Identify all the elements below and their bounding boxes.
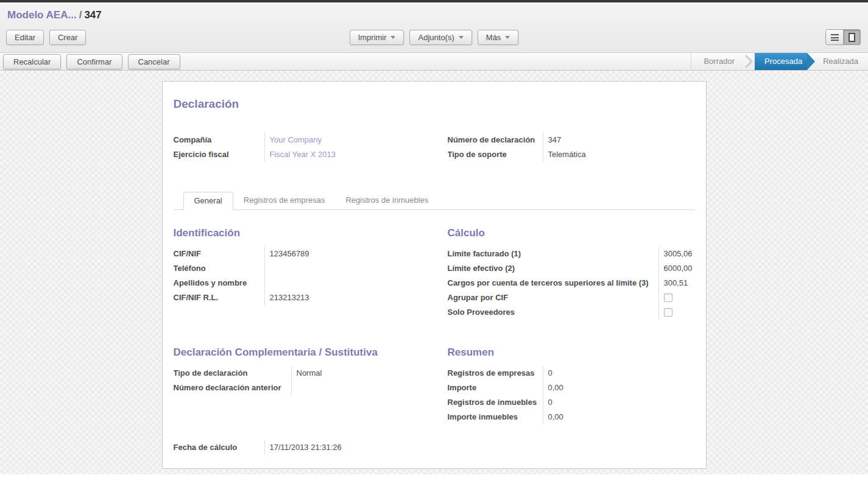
status-step-realizada: Realizada	[807, 53, 868, 70]
form-view-button[interactable]	[843, 30, 860, 44]
attachments-button-label: Adjunto(s)	[418, 33, 454, 42]
field-label-cargos-terceros: Cargos por cuenta de terceros superiores…	[448, 276, 658, 290]
notebook-tabs: General Registros de empresas Registros …	[174, 191, 695, 210]
field-value-registros-empresas: 0	[548, 366, 695, 381]
dropdown-caret-icon	[505, 36, 510, 39]
field-label-ejercicio-fiscal: Ejercicio fiscal	[174, 147, 264, 162]
chevron-right-icon	[744, 53, 753, 70]
print-dropdown-button[interactable]: Imprimir	[350, 30, 404, 45]
view-switcher	[825, 29, 861, 45]
toolbar: Editar Crear Imprimir Adjunto(s) Más	[6, 29, 862, 46]
list-view-button[interactable]	[826, 30, 843, 44]
field-value-cif-nif: 123456789	[270, 247, 448, 261]
field-value-numero-declaracion: 347	[548, 133, 695, 147]
field-value-compania-link[interactable]: Your Company	[270, 133, 448, 147]
form-background: Declaración Compañía Ejercicio fiscal Yo…	[0, 71, 868, 474]
print-button-label: Imprimir	[358, 33, 387, 42]
confirm-button[interactable]: Confirmar	[66, 54, 122, 69]
field-value-telefono	[270, 261, 448, 276]
control-panel: Modelo AEA.../347 Editar Crear Imprimir …	[0, 2, 868, 52]
breadcrumb-current: 347	[84, 9, 101, 21]
field-label-compania: Compañía	[174, 133, 264, 147]
header-fields: Compañía Ejercicio fiscal Your Company F…	[174, 133, 695, 162]
field-value-cif-nif-rl: 213213213	[270, 290, 448, 305]
status-step-borrador: Borrador	[694, 53, 744, 70]
field-value-tipo-soporte: Telemática	[548, 147, 695, 162]
field-value-limite-facturado: 3005,06	[664, 247, 695, 261]
recalculate-button-label: Recalcular	[13, 57, 51, 66]
action-statusbar: Recalcular Confirmar Cancelar Borrador P…	[0, 52, 868, 71]
edit-button[interactable]: Editar	[6, 30, 44, 45]
section-title-resumen: Resumen	[448, 346, 695, 359]
field-value-tipo-declaracion: Normal	[297, 366, 448, 381]
dropdown-caret-icon	[459, 36, 464, 39]
group-complementaria: Tipo de declaración Número declaración a…	[174, 366, 448, 395]
field-value-ejercicio-fiscal-link[interactable]: Fiscal Year X 2013	[270, 147, 448, 162]
recalculate-button[interactable]: Recalcular	[3, 54, 61, 69]
statusbar: Borrador Procesada Realizada	[691, 53, 868, 70]
field-label-solo-proveedores: Solo Proveedores	[448, 305, 658, 320]
field-label-agrupar-por-cif: Agrupar por CIF	[448, 290, 658, 305]
field-label-fecha-calculo: Fecha de cálculo	[174, 440, 264, 455]
form-view-icon	[849, 33, 855, 42]
field-value-numero-declaracion-anterior	[297, 381, 448, 395]
field-label-cif-nif: CIF/NIF	[174, 247, 264, 261]
sheet-title: Declaración	[174, 97, 695, 111]
field-value-fecha-calculo: 17/11/2013 21:31:26	[270, 440, 448, 455]
agrupar-por-cif-checkbox[interactable]	[664, 293, 672, 302]
tab-registros-de-empresas[interactable]: Registros de empresas	[233, 192, 336, 210]
solo-proveedores-checkbox[interactable]	[664, 308, 672, 317]
more-dropdown-button[interactable]: Más	[478, 30, 519, 45]
field-value-importe: 0,00	[548, 381, 695, 395]
field-label-apellidos-y-nombre: Apellidos y nombre	[174, 276, 264, 290]
field-value-registros-inmuebles: 0	[548, 395, 695, 410]
breadcrumb-parent-link[interactable]: Modelo AEA...	[7, 9, 77, 21]
field-label-tipo-soporte: Tipo de soporte	[448, 147, 543, 162]
section-title-complementaria: Declaración Complementaria / Sustitutiva	[174, 346, 448, 359]
group-fecha-calculo: Fecha de cálculo 17/11/2013 21:31:26	[174, 440, 448, 455]
status-step-procesada-active: Procesada	[755, 53, 807, 70]
breadcrumb-separator: /	[77, 9, 85, 21]
cancel-button[interactable]: Cancelar	[128, 54, 180, 69]
field-label-importe-inmuebles: Importe inmuebles	[448, 410, 543, 424]
field-label-limite-facturado: Límite facturado (1)	[448, 247, 658, 261]
field-label-registros-empresas: Registros de empresas	[448, 366, 543, 381]
section-title-calculo: Cálculo	[448, 227, 695, 239]
field-label-telefono: Teléfono	[174, 261, 264, 276]
field-value-limite-efectivo: 6000,00	[664, 261, 695, 276]
field-label-tipo-declaracion: Tipo de declaración	[174, 366, 291, 381]
create-button[interactable]: Crear	[49, 30, 86, 45]
tab-registros-de-inmuebles[interactable]: Registros de inmuebles	[335, 192, 439, 210]
field-label-cif-nif-rl: CIF/NIF R.L.	[174, 290, 264, 305]
edit-button-label: Editar	[15, 33, 35, 42]
field-label-numero-declaracion-anterior: Número declaración anterior	[174, 381, 291, 395]
form-sheet: Declaración Compañía Ejercicio fiscal Yo…	[162, 81, 707, 469]
confirm-button-label: Confirmar	[77, 57, 111, 66]
breadcrumb: Modelo AEA.../347	[6, 9, 862, 21]
field-value-importe-inmuebles: 0,00	[548, 410, 695, 424]
tab-content-general: Identificación CIF/NIF Teléfono Apellido…	[174, 227, 695, 455]
section-title-identificacion: Identificación	[174, 227, 448, 239]
cancel-button-label: Cancelar	[138, 57, 170, 66]
create-button-label: Crear	[58, 33, 78, 42]
list-view-icon	[831, 34, 839, 41]
group-resumen: Registros de empresas Importe Registros …	[448, 366, 695, 424]
tab-general[interactable]: General	[183, 192, 233, 210]
field-value-cargos-terceros: 300,51	[664, 276, 695, 290]
field-label-numero-declaracion: Número de declaración	[448, 133, 543, 147]
field-value-apellidos-y-nombre	[270, 276, 448, 290]
more-button-label: Más	[486, 33, 501, 42]
attachments-dropdown-button[interactable]: Adjunto(s)	[410, 30, 472, 45]
dropdown-caret-icon	[391, 36, 396, 39]
field-label-registros-inmuebles: Registros de inmuebles	[448, 395, 543, 410]
field-label-limite-efectivo: Límite efectivo (2)	[448, 261, 658, 276]
group-calculo: Límite facturado (1) Límite efectivo (2)…	[448, 247, 695, 320]
group-identificacion: CIF/NIF Teléfono Apellidos y nombre CIF/…	[174, 247, 448, 305]
field-label-importe: Importe	[448, 381, 543, 395]
